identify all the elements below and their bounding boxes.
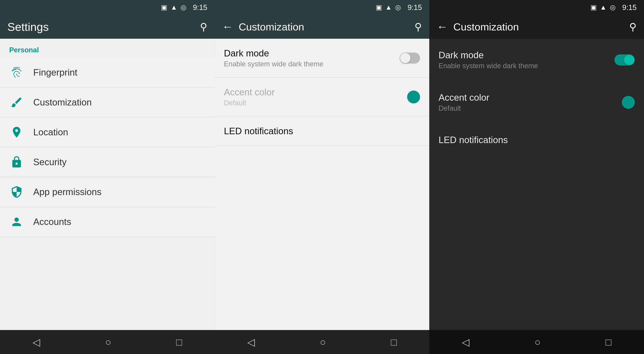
app-permissions-icon: [9, 184, 24, 199]
customization-dark-title: Customization: [453, 21, 629, 33]
back-button-3[interactable]: ←: [437, 21, 448, 32]
clock-3: 9:15: [622, 3, 636, 12]
settings-title: Settings: [8, 20, 200, 33]
app-permissions-label: App permissions: [33, 186, 102, 197]
security-label: Security: [33, 157, 67, 168]
dark-mode-row-dark[interactable]: Dark mode Enable system wide dark theme: [429, 39, 644, 81]
vibrate-icon-2: ▣: [376, 3, 382, 11]
personal-section-label: Personal: [0, 39, 215, 58]
vibrate-icon: ▣: [161, 3, 167, 11]
back-button-2[interactable]: ←: [222, 21, 233, 32]
clock-1: 9:15: [193, 3, 207, 12]
dark-mode-info-dark: Dark mode Enable system wide dark theme: [438, 50, 614, 70]
sidebar-item-location[interactable]: Location: [0, 117, 215, 147]
security-icon: [9, 155, 24, 170]
recents-nav-btn-3[interactable]: □: [606, 336, 612, 348]
home-nav-btn-2[interactable]: ○: [320, 336, 326, 348]
nav-bar-3: ◁ ○ □: [429, 330, 644, 354]
sidebar-item-fingerprint[interactable]: Fingerprint: [0, 58, 215, 88]
accent-color-subtitle-dark: Default: [438, 104, 622, 112]
accounts-label: Accounts: [33, 216, 71, 227]
search-icon-3[interactable]: ⚲: [629, 21, 636, 33]
battery-icon-2: ◎: [395, 3, 401, 11]
customization-light-panel: ▣ ▲ ◎ 9:15 ← Customization ⚲ Dark mode E…: [215, 0, 430, 354]
vibrate-icon-3: ▣: [590, 3, 597, 11]
customization-dark-app-bar: ← Customization ⚲: [429, 15, 644, 39]
status-bar-2: ▣ ▲ ◎ 9:15: [215, 0, 430, 15]
sidebar-item-accounts[interactable]: Accounts: [0, 207, 215, 237]
home-nav-btn-1[interactable]: ○: [105, 336, 111, 348]
sidebar-item-security[interactable]: Security: [0, 147, 215, 177]
accent-color-circle-dark[interactable]: [622, 96, 635, 109]
led-notifications-info-light: LED notifications: [224, 126, 420, 137]
back-nav-btn-3[interactable]: ◁: [462, 336, 470, 348]
settings-content: Personal Fingerprint Customization: [0, 39, 215, 330]
home-nav-btn-3[interactable]: ○: [534, 336, 540, 348]
accent-color-circle-light[interactable]: [407, 91, 420, 103]
customization-light-app-bar: ← Customization ⚲: [215, 15, 430, 39]
brush-icon: [9, 95, 24, 110]
recents-nav-btn-2[interactable]: □: [391, 336, 397, 348]
dark-mode-subtitle-light: Enable system wide dark theme: [224, 60, 400, 68]
dark-mode-title-dark: Dark mode: [438, 50, 614, 60]
dark-mode-toggle-dark[interactable]: [614, 54, 635, 65]
accent-color-title-dark: Accent color: [438, 92, 622, 103]
accent-color-row-light[interactable]: Accent color Default: [215, 78, 430, 117]
nav-bar-2: ◁ ○ □: [215, 330, 430, 354]
battery-icon: ◎: [180, 3, 186, 11]
back-nav-btn-2[interactable]: ◁: [247, 336, 255, 348]
search-icon-2[interactable]: ⚲: [414, 21, 422, 33]
led-notifications-title-dark: LED notifications: [438, 135, 635, 145]
customization-dark-content: Dark mode Enable system wide dark theme …: [429, 39, 644, 330]
status-bar-3: ▣ ▲ ◎ 9:15: [429, 0, 644, 15]
customization-dark-panel: ▣ ▲ ◎ 9:15 ← Customization ⚲ Dark mode E…: [429, 0, 644, 354]
battery-icon-3: ◎: [610, 3, 616, 11]
settings-app-bar: Settings ⚲: [0, 15, 215, 39]
accent-color-info-light: Accent color Default: [224, 87, 407, 107]
accent-color-subtitle-light: Default: [224, 99, 407, 107]
status-icons-2: ▣ ▲ ◎ 9:15: [376, 3, 422, 12]
led-notifications-row-dark[interactable]: LED notifications: [429, 124, 644, 157]
search-icon-1[interactable]: ⚲: [200, 21, 207, 33]
sidebar-item-app-permissions[interactable]: App permissions: [0, 177, 215, 207]
led-notifications-info-dark: LED notifications: [438, 135, 635, 145]
fingerprint-icon: [9, 65, 24, 80]
status-bar-1: ▣ ▲ ◎ 9:15: [0, 0, 215, 15]
signal-icon: ▲: [170, 3, 177, 11]
location-icon: [9, 125, 24, 140]
dark-mode-subtitle-dark: Enable system wide dark theme: [438, 62, 614, 70]
status-icons-3: ▣ ▲ ◎ 9:15: [590, 3, 637, 12]
accounts-icon: [9, 214, 24, 229]
led-notifications-row-light[interactable]: LED notifications: [215, 117, 430, 146]
back-nav-btn-1[interactable]: ◁: [32, 336, 40, 348]
customization-light-title: Customization: [239, 21, 415, 33]
sidebar-item-customization[interactable]: Customization: [0, 88, 215, 117]
signal-icon-2: ▲: [385, 3, 392, 11]
accent-color-row-dark[interactable]: Accent color Default: [429, 81, 644, 124]
location-label: Location: [33, 127, 68, 138]
customization-label: Customization: [33, 97, 92, 108]
settings-panel: ▣ ▲ ◎ 9:15 Settings ⚲ Personal Fingerpri…: [0, 0, 215, 354]
accent-color-info-dark: Accent color Default: [438, 92, 622, 112]
dark-mode-title-light: Dark mode: [224, 48, 400, 59]
led-notifications-title-light: LED notifications: [224, 126, 420, 137]
dark-mode-info-light: Dark mode Enable system wide dark theme: [224, 48, 400, 68]
signal-icon-3: ▲: [600, 3, 607, 11]
dark-mode-toggle-light[interactable]: [400, 52, 420, 64]
customization-light-content: Dark mode Enable system wide dark theme …: [215, 39, 430, 330]
accent-color-title-light: Accent color: [224, 87, 407, 98]
recents-nav-btn-1[interactable]: □: [176, 336, 182, 348]
fingerprint-label: Fingerprint: [33, 67, 77, 78]
nav-bar-1: ◁ ○ □: [0, 330, 215, 354]
clock-2: 9:15: [408, 3, 422, 12]
dark-mode-row-light[interactable]: Dark mode Enable system wide dark theme: [215, 39, 430, 78]
status-icons-1: ▣ ▲ ◎ 9:15: [161, 3, 207, 12]
